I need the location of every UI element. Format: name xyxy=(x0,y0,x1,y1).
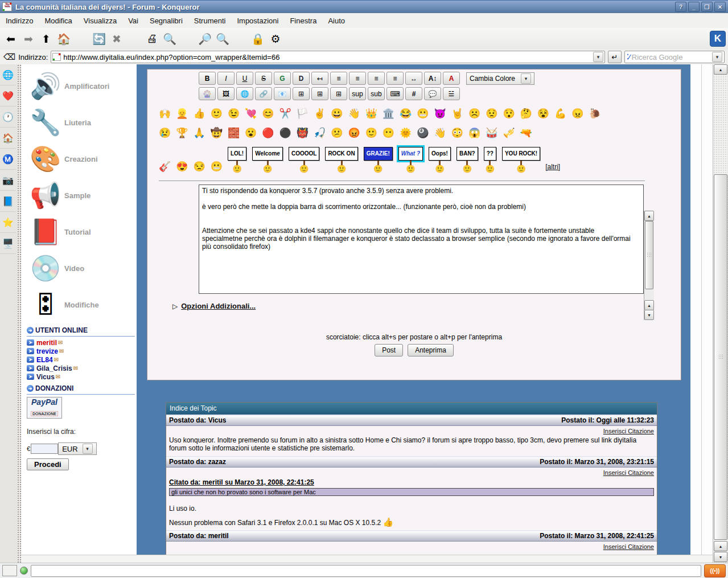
panel-icon[interactable]: 🕐 xyxy=(0,106,16,128)
smiley[interactable]: 💘 xyxy=(245,108,257,120)
format-button[interactable]: sup xyxy=(349,87,366,100)
horizontal-scrollbar[interactable] xyxy=(21,555,713,563)
toolbar-button[interactable]: 🔍 xyxy=(161,30,178,47)
smiley[interactable]: 🔫 xyxy=(520,128,532,139)
smiley[interactable]: 😬 xyxy=(211,161,223,173)
panel-icon[interactable]: Ⓜ️ xyxy=(0,149,16,170)
toolbar-button[interactable]: ✖ xyxy=(108,30,125,47)
titlebar[interactable]: DiyItalia La comunità italiana dei diyer… xyxy=(0,1,728,13)
smiley[interactable]: 😮 xyxy=(245,128,257,139)
smiley[interactable]: 🏆 xyxy=(176,128,188,139)
scroll-up-button[interactable]: ▲ xyxy=(644,211,654,221)
smiley[interactable]: 😯 xyxy=(503,108,515,120)
menu-item[interactable]: Indirizzo xyxy=(0,17,39,25)
user-row[interactable]: ➤ meritil ✉ xyxy=(27,338,135,347)
message-textarea[interactable]: Ti sto rispondendo da konqueror 3.5.7 (p… xyxy=(199,185,644,294)
format-button[interactable]: G xyxy=(274,72,291,85)
smiley[interactable]: 🎣 xyxy=(314,128,326,139)
scrollbar-thumb[interactable] xyxy=(714,174,727,540)
smiley[interactable]: 🌞 xyxy=(400,128,412,139)
smiley[interactable]: 👍 xyxy=(193,108,205,120)
additional-options-link[interactable]: Opzioni Addizionali... xyxy=(181,302,256,310)
smiley[interactable]: 😢 xyxy=(159,128,171,139)
toolbar-button[interactable]: 🔒 xyxy=(249,30,266,47)
menu-item[interactable]: Segnalibri xyxy=(144,17,188,25)
mail-icon[interactable]: ✉ xyxy=(56,374,60,380)
panel-icon[interactable]: ❤️ xyxy=(0,85,16,106)
panel-icon[interactable]: 🏠 xyxy=(0,128,16,149)
category-link[interactable]: 🔊 Amplificatori xyxy=(27,68,135,104)
smiley[interactable]: 😟 xyxy=(486,108,497,120)
format-button[interactable]: 📧 xyxy=(274,87,291,100)
user-name[interactable]: trevize xyxy=(36,347,58,355)
category-link[interactable]: 📢 Sample xyxy=(27,177,135,214)
smiley[interactable]: 🔴 xyxy=(262,128,274,139)
panel-icon[interactable]: ⭐ xyxy=(0,212,16,233)
category-link[interactable]: 🔧 Liuteria xyxy=(27,104,135,141)
smiley[interactable]: 😒 xyxy=(193,161,205,173)
format-button[interactable]: # xyxy=(405,87,422,100)
smiley[interactable]: 🏛️ xyxy=(382,108,394,120)
search-engine-icon[interactable]: ⁚∕ xyxy=(627,53,630,61)
toolbar-button[interactable] xyxy=(179,30,196,47)
insert-quote-link[interactable]: Inserisci Citazione xyxy=(603,428,654,434)
currency-dropdown-icon[interactable]: ▾ xyxy=(83,444,93,454)
format-button[interactable]: 🖼 xyxy=(217,87,235,100)
menu-item[interactable]: Aiuto xyxy=(322,17,351,25)
smiley[interactable]: 😡 xyxy=(348,128,360,139)
format-button[interactable]: A↕ xyxy=(424,72,441,85)
menu-item[interactable]: Impostazioni xyxy=(231,17,284,25)
menu-item[interactable]: Visualizza xyxy=(78,17,122,25)
category-link[interactable]: 📕 Tutorial xyxy=(27,214,135,250)
format-button[interactable]: U xyxy=(236,72,253,85)
smiley[interactable]: 😬 xyxy=(417,108,429,120)
category-link[interactable]: 💿 Video xyxy=(27,250,135,286)
smiley[interactable]: 😠 xyxy=(571,108,583,120)
sign-smiley[interactable]: Oops! 🙂 xyxy=(429,147,451,173)
smiley[interactable]: 🙏 xyxy=(193,128,205,139)
smiley[interactable]: 🧱 xyxy=(228,128,240,139)
format-button[interactable]: ↔ xyxy=(405,72,422,85)
scrollbar-thumb[interactable] xyxy=(645,221,653,289)
smiley[interactable]: 🏳️ xyxy=(297,108,309,120)
url-dropdown-icon[interactable]: ▾ xyxy=(593,52,603,62)
format-button[interactable]: D xyxy=(293,72,310,85)
format-button[interactable]: A xyxy=(443,72,460,85)
menu-item[interactable]: Strumenti xyxy=(188,17,232,25)
smiley[interactable]: 😕 xyxy=(331,128,343,139)
url-text[interactable]: http://www.diyitalia.eu/index.php?option… xyxy=(63,53,591,62)
format-button[interactable]: ⌨ xyxy=(386,87,404,100)
user-name[interactable]: EL84 xyxy=(36,356,53,364)
panel-icon[interactable]: 🌐 xyxy=(0,64,16,85)
user-name[interactable]: Vicus xyxy=(36,373,55,381)
scroll-down-button[interactable]: ▼ xyxy=(714,552,727,562)
smiley[interactable]: 😈 xyxy=(434,108,446,120)
search-dropdown-icon[interactable]: ▾ xyxy=(712,52,722,62)
mail-icon[interactable]: ✉ xyxy=(59,348,64,354)
format-button[interactable]: ≡ xyxy=(349,72,366,85)
smiley[interactable]: 🤘 xyxy=(451,108,463,120)
format-button[interactable]: ⊞ xyxy=(330,87,347,100)
altri-link[interactable]: [altri] xyxy=(545,161,560,173)
panel-icon[interactable]: 📷 xyxy=(0,170,16,191)
sign-smiley[interactable]: Welcome 🙂 xyxy=(252,147,283,173)
format-button[interactable]: ≡ xyxy=(368,72,385,85)
smiley[interactable]: 😊 xyxy=(262,108,274,120)
color-dropdown-icon[interactable]: ▾ xyxy=(521,73,531,84)
minimize-button[interactable]: _ xyxy=(688,2,700,12)
category-link[interactable]: 🎨 Creazioni xyxy=(27,141,135,177)
smiley[interactable]: 🙌 xyxy=(159,108,171,120)
smiley[interactable]: 😱 xyxy=(468,128,480,139)
smiley[interactable]: 👹 xyxy=(297,128,309,139)
collapse-arrow-icon[interactable]: ▷ xyxy=(172,302,178,310)
sign-smiley[interactable]: GRAZIE! 🙂 xyxy=(364,147,393,173)
smiley[interactable]: 🤔 xyxy=(520,108,532,120)
proceed-button[interactable]: Procedi xyxy=(27,458,69,470)
format-button[interactable]: ↤ xyxy=(311,72,328,85)
panel-toggle-box[interactable] xyxy=(2,565,17,576)
sign-smiley[interactable]: LOL! 🙂 xyxy=(228,147,246,173)
smiley[interactable]: 👱 xyxy=(176,108,188,120)
format-button[interactable]: ≡ xyxy=(386,72,404,85)
toolbar-button[interactable]: ⬆ xyxy=(38,30,55,47)
help-button[interactable]: ? xyxy=(675,2,686,12)
